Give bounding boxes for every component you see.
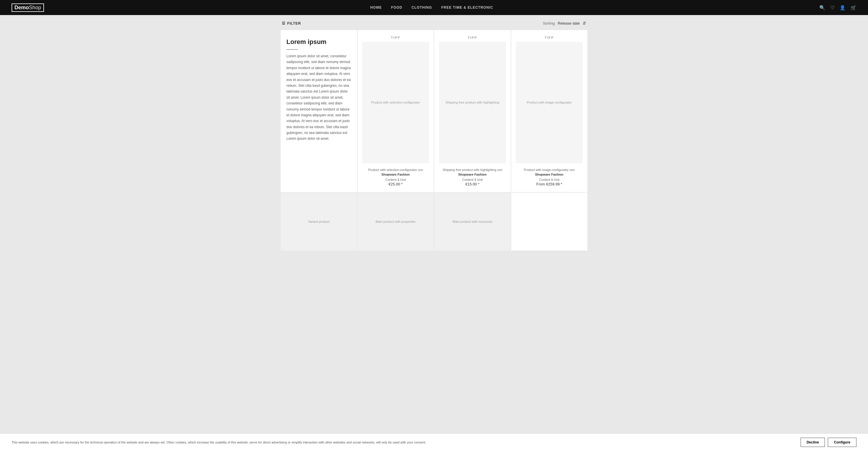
product-name-2: Shipping free product with highlighting … xyxy=(439,168,506,177)
product-info-1: Product with selection-configurator von … xyxy=(362,168,429,186)
product-name-3: Product with image-configurator von Shop… xyxy=(516,168,583,177)
product-badge-3: TIPP xyxy=(516,36,583,39)
product-unit-2: Content 1 Unit xyxy=(439,178,506,182)
product-card-3[interactable]: TIPP Product with image-configurator Pro… xyxy=(511,30,588,192)
featured-card: Lorem ipsum Lorem ipsum dolor sit amet, … xyxy=(281,30,357,192)
main-nav: HOME FOOD CLOTHING FREE TIME & ELECTRONI… xyxy=(370,5,493,9)
logo-shop: Shop xyxy=(29,5,41,10)
product-card-r2-1[interactable]: Variant product xyxy=(281,193,357,251)
product-brand-1: Shopware Fashion xyxy=(381,173,410,176)
product-price-1: €25.00 * xyxy=(362,182,429,186)
featured-divider xyxy=(286,49,298,50)
product-price-3: From €259.99 * xyxy=(516,182,583,186)
product-image-alt-r2-2: Main product with properties xyxy=(376,220,415,223)
nav-food[interactable]: FOOD xyxy=(391,5,402,9)
product-image-alt-r2-3: Main product with resources xyxy=(453,220,492,223)
filter-icon: ☰ xyxy=(282,21,286,26)
product-badge-2: TIPP xyxy=(439,36,506,39)
product-card-r2-4 xyxy=(511,193,588,251)
sorting-value[interactable]: Release date xyxy=(558,21,580,26)
sorting-area: Sorting Release date ⇵ xyxy=(543,21,586,26)
product-card-2[interactable]: TIPP Shipping free product with highligh… xyxy=(434,30,511,192)
product-info-3: Product with image-configurator von Shop… xyxy=(516,168,583,186)
product-info-2: Shipping free product with highlighting … xyxy=(439,168,506,186)
product-grid-row1: Lorem ipsum Lorem ipsum dolor sit amet, … xyxy=(281,30,587,192)
product-badge-1: TIPP xyxy=(362,36,429,39)
logo-demo: Demo xyxy=(14,5,29,10)
header-icons: 🔍 ♡ 👤 🛒 xyxy=(819,5,857,10)
filter-label: FILTER xyxy=(287,21,301,26)
filter-button[interactable]: ☰ FILTER xyxy=(282,21,301,26)
product-price-2: €15.00 * xyxy=(439,182,506,186)
product-card-1[interactable]: TIPP Product with selection-configurator… xyxy=(358,30,434,192)
product-card-r2-3[interactable]: Main product with resources xyxy=(434,193,511,251)
nav-free-time[interactable]: FREE TIME & ELECTRONIC xyxy=(441,5,493,9)
product-brand-2: Shopware Fashion xyxy=(458,173,487,176)
product-image-alt-1: Product with selection-configurator xyxy=(371,101,420,104)
product-image-r2-1[interactable]: Variant product xyxy=(281,193,357,251)
product-image-1[interactable]: Product with selection-configurator xyxy=(362,42,429,163)
site-header: DemoShop HOME FOOD CLOTHING FREE TIME & … xyxy=(0,0,868,15)
product-grid-row2: Variant product Main product with proper… xyxy=(281,193,587,251)
product-image-2[interactable]: Shipping free product with highlighting xyxy=(439,42,506,163)
sort-toggle-icon[interactable]: ⇵ xyxy=(583,21,586,26)
nav-clothing[interactable]: CLOTHING xyxy=(411,5,432,9)
product-image-r2-2[interactable]: Main product with properties xyxy=(358,193,434,251)
sorting-label: Sorting xyxy=(543,21,555,26)
product-brand-3: Shopware Fashion xyxy=(535,173,563,176)
product-unit-1: Content 1 Unit xyxy=(362,178,429,182)
product-name-1: Product with selection-configurator von … xyxy=(362,168,429,177)
product-card-r2-2[interactable]: Main product with properties xyxy=(358,193,434,251)
wishlist-icon[interactable]: ♡ xyxy=(830,5,834,10)
cart-icon[interactable]: 🛒 xyxy=(850,5,857,10)
product-image-alt-2: Shipping free product with highlighting xyxy=(445,101,499,104)
product-image-r2-3[interactable]: Main product with resources xyxy=(434,193,511,251)
product-image-3[interactable]: Product with image-configurator xyxy=(516,42,583,163)
featured-title: Lorem ipsum xyxy=(286,38,351,46)
site-logo[interactable]: DemoShop xyxy=(11,3,44,12)
search-icon[interactable]: 🔍 xyxy=(819,5,825,10)
filter-bar: ☰ FILTER Sorting Release date ⇵ xyxy=(281,21,587,26)
main-content: ☰ FILTER Sorting Release date ⇵ Lorem ip… xyxy=(275,15,593,268)
featured-text: Lorem ipsum dolor sit amet, consetetur s… xyxy=(286,53,351,142)
product-image-alt-r2-1: Variant product xyxy=(308,220,330,223)
account-icon[interactable]: 👤 xyxy=(840,5,845,10)
nav-home[interactable]: HOME xyxy=(370,5,382,9)
product-image-alt-3: Product with image-configurator xyxy=(527,101,572,104)
product-unit-3: Content 1 Unit xyxy=(516,178,583,182)
